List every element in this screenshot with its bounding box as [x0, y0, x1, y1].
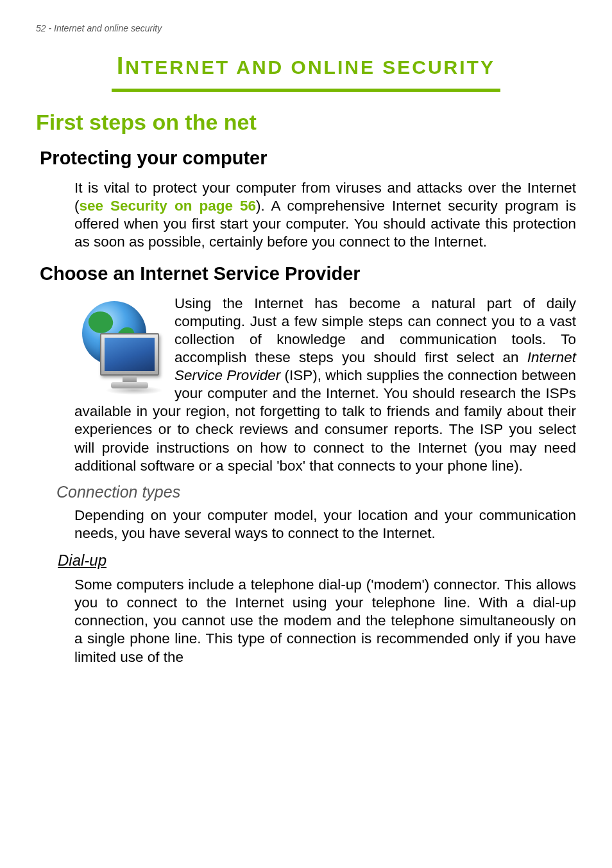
title-and: AND — [230, 56, 291, 78]
header-sep: - — [46, 23, 54, 33]
isp-block: Using the Internet has become a natural … — [74, 295, 576, 475]
para-protecting: It is vital to protect your computer fro… — [74, 179, 576, 252]
document-page: 52 - Internet and online security INTERN… — [0, 0, 612, 666]
heading-connection-types: Connection types — [56, 483, 576, 501]
security-link[interactable]: see Security on page 56 — [80, 198, 257, 214]
main-title: INTERNET AND ONLINE SECURITY — [112, 53, 500, 92]
title-word-3: SECURITY — [375, 56, 495, 78]
title-char-big: I — [117, 53, 125, 79]
monitor-icon — [100, 333, 159, 376]
page-header: 52 - Internet and online security — [36, 23, 576, 33]
heading-isp: Choose an Internet Service Provider — [40, 263, 576, 284]
para-dialup: Some computers include a telephone dial-… — [74, 576, 576, 666]
heading-protecting: Protecting your computer — [40, 148, 576, 169]
header-section: Internet and online security — [54, 23, 162, 33]
para-isp-a: Using the Internet has become a natural … — [174, 295, 576, 365]
monitor-base — [111, 382, 148, 388]
heading-first-steps: First steps on the net — [36, 110, 576, 135]
page-number: 52 — [36, 23, 46, 33]
monitor-screen — [105, 338, 155, 371]
title-word-1: NTERNET — [125, 56, 230, 78]
title-block: INTERNET AND ONLINE SECURITY — [36, 53, 576, 92]
para-connection-types: Depending on your computer model, your l… — [74, 507, 576, 542]
heading-dialup: Dial-up — [58, 551, 576, 569]
globe-monitor-icon — [74, 296, 164, 392]
title-word-2: ONLINE — [291, 56, 375, 78]
